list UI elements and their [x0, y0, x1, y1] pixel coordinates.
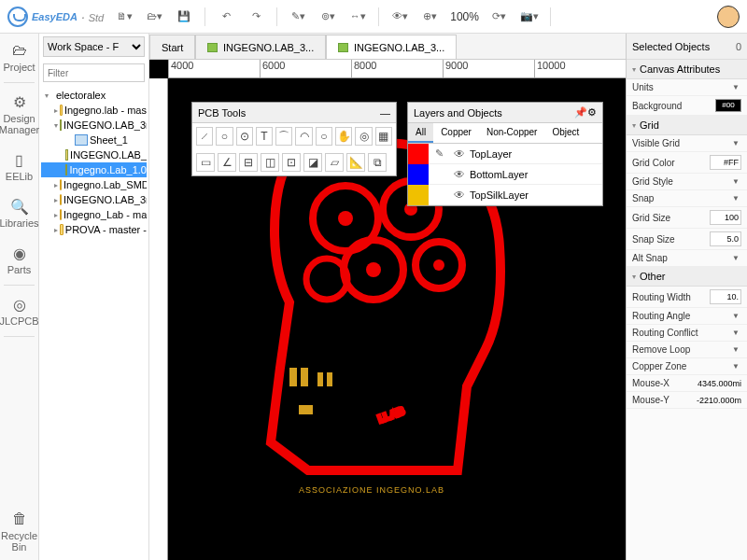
property-row[interactable]: Copper Zone▼	[627, 358, 747, 375]
dimension-tool[interactable]: ⊟	[239, 153, 258, 172]
place-menu-icon[interactable]: ⊚▾	[318, 7, 337, 26]
svg-rect-14	[299, 405, 313, 414]
tree-root[interactable]: ▾electoralex	[41, 88, 147, 103]
property-row[interactable]: Snap Size	[627, 229, 747, 250]
circle-tool[interactable]: ○	[316, 127, 332, 146]
tab[interactable]: Start	[149, 35, 195, 59]
measure-tool[interactable]: 📐	[346, 153, 365, 172]
property-row[interactable]: Grid Style▼	[627, 174, 747, 190]
section-header[interactable]: Grid	[627, 116, 747, 135]
property-row[interactable]: Remove Loop▼	[627, 342, 747, 358]
filter-input[interactable]	[43, 63, 145, 82]
property-row[interactable]: Units▼	[627, 79, 747, 96]
arc-tool[interactable]: ⌒	[275, 127, 292, 146]
sidebar-recycle-bin[interactable]: 🗑Recycle Bin	[0, 502, 38, 560]
via-tool[interactable]: ⊙	[236, 127, 253, 146]
property-row[interactable]: Routing Angle▼	[627, 308, 747, 325]
edit-menu-icon[interactable]: ✎▾	[289, 7, 307, 26]
svg-point-8	[433, 259, 444, 271]
tree-item[interactable]: ▸Ingegno_Lab - ma	[41, 207, 147, 222]
solid-tool[interactable]: ▱	[325, 153, 344, 172]
zoom-menu-icon[interactable]: ⊕▾	[420, 7, 439, 26]
app-edition: · Std	[81, 9, 104, 24]
text-tool[interactable]: T	[256, 127, 273, 146]
app-name: EasyEDA	[32, 11, 78, 22]
layer-tab[interactable]: Copper	[433, 123, 479, 143]
sidebar-parts[interactable]: ◉Parts	[0, 236, 38, 283]
tree-item[interactable]: ▸Ingegno.lab - mas	[41, 103, 147, 118]
tab[interactable]: INGEGNO.LAB_3...	[195, 35, 326, 59]
section-header[interactable]: Other	[627, 267, 747, 287]
image-tool[interactable]: ▦	[375, 127, 392, 146]
copper-tool[interactable]: ◪	[303, 153, 322, 172]
property-row[interactable]: Routing Conflict▼	[627, 325, 747, 342]
property-row[interactable]: Visible Grid▼	[627, 135, 747, 152]
layer-tab[interactable]: All	[408, 123, 433, 143]
connect-tool[interactable]: ⊡	[282, 153, 301, 172]
property-row[interactable]: Alt Snap▼	[627, 250, 747, 267]
group-tool[interactable]: ⧉	[368, 153, 387, 172]
save-icon[interactable]: 💾	[175, 7, 193, 26]
rotate-menu-icon[interactable]: ⟳▾	[490, 7, 509, 26]
open-menu-icon[interactable]: 🗁▾	[145, 7, 163, 26]
hole-tool[interactable]: ◎	[355, 127, 372, 146]
app-logo: EasyEDA · Std	[7, 7, 104, 27]
move-tool[interactable]: ✋	[335, 127, 352, 146]
track-tool[interactable]: ⟋	[196, 127, 213, 146]
layer-row[interactable]: 👁BottomLayer	[408, 164, 602, 185]
layers-panel[interactable]: Layers and Objects📌 ⚙ AllCopperNon-Coppe…	[407, 102, 603, 206]
property-row[interactable]: Grid Color	[627, 152, 747, 174]
pad-tool[interactable]: ○	[216, 127, 233, 146]
pcb-tools-panel[interactable]: PCB Tools— ⟋○⊙T⌒◠○✋◎▦ ▭∠⊟◫⊡◪▱📐⧉	[191, 102, 397, 176]
layer-row[interactable]: ✎👁TopLayer	[408, 144, 602, 164]
tree-item[interactable]: ▸PROVA - master -	[41, 222, 147, 237]
minimize-icon[interactable]: —	[380, 107, 390, 119]
layer-tab[interactable]: Object	[544, 123, 586, 143]
tree-item[interactable]: Ingegno.Lab_1.0	[41, 162, 147, 177]
sidebar-jlcpcb[interactable]: ◎JLCPCB	[0, 287, 38, 334]
sidebar-eelib[interactable]: ▯EELib	[0, 143, 38, 189]
protractor-tool[interactable]: ◫	[261, 153, 279, 172]
line-tool[interactable]: ∠	[218, 153, 236, 172]
property-row[interactable]: Grid Size	[627, 207, 747, 229]
tab[interactable]: INGEGNO.LAB_3...	[326, 35, 457, 59]
export-menu-icon[interactable]: 📷▾	[520, 7, 539, 26]
redo-icon[interactable]: ↷	[247, 7, 265, 26]
tab-bar: StartINGEGNO.LAB_3...INGEGNO.LAB_3...	[149, 34, 626, 60]
ruler-vertical	[149, 78, 168, 560]
project-tree: ▾electoralex ▸Ingegno.lab - mas▾INGEGNO.…	[39, 86, 148, 560]
layer-tab[interactable]: Non-Copper	[479, 123, 544, 143]
property-row[interactable]: Background#00	[627, 96, 747, 116]
project-panel: Work Space - F ▾electoralex ▸Ingegno.lab…	[39, 34, 149, 560]
canvas[interactable]: 400060008000900010000 I.LAB	[149, 60, 626, 560]
zoom-level[interactable]: 100%	[450, 10, 479, 23]
pin-icon[interactable]: 📌	[574, 106, 587, 119]
file-menu-icon[interactable]: 🗎▾	[115, 7, 134, 26]
property-row[interactable]: Snap▼	[627, 190, 747, 207]
layer-row[interactable]: 👁TopSilkLayer	[408, 185, 602, 205]
sidebar-project[interactable]: 🗁Project	[0, 34, 38, 80]
sidebar-design-manager[interactable]: ⚙Design Manager	[0, 85, 38, 143]
status-row: Mouse-X4345.000mi	[627, 375, 747, 392]
undo-icon[interactable]: ↶	[217, 7, 235, 26]
sidebar-libraries[interactable]: 🔍Libraries	[0, 189, 38, 236]
user-avatar[interactable]	[717, 6, 740, 28]
tree-item[interactable]: ▸INGEGNO.LAB_3r	[41, 192, 147, 207]
arc2-tool[interactable]: ◠	[295, 127, 312, 146]
panel-title: PCB Tools	[198, 107, 246, 119]
status-row: Mouse-Y-2210.000m	[627, 392, 747, 409]
align-menu-icon[interactable]: ↔▾	[348, 7, 367, 26]
section-header[interactable]: Canvas Attributes	[627, 60, 747, 79]
separator	[204, 7, 205, 26]
settings-icon[interactable]: ⚙	[587, 106, 597, 119]
tree-item[interactable]: ▾INGEGNO.LAB_3r	[41, 118, 147, 133]
silk-label: ASSOCIAZIONE INGEGNO.LAB	[299, 485, 444, 495]
tree-item[interactable]: INGEGNO.LAB_	[41, 147, 147, 162]
tree-item[interactable]: Sheet_1	[41, 133, 147, 147]
property-row[interactable]: Routing Width	[627, 287, 747, 308]
rect-tool[interactable]: ▭	[196, 153, 215, 172]
workspace-selector[interactable]: Work Space - F	[39, 34, 148, 60]
cloud-icon	[7, 7, 28, 27]
view-menu-icon[interactable]: 👁▾	[390, 7, 409, 26]
tree-item[interactable]: ▸Ingegno.Lab_SMD	[41, 177, 147, 192]
